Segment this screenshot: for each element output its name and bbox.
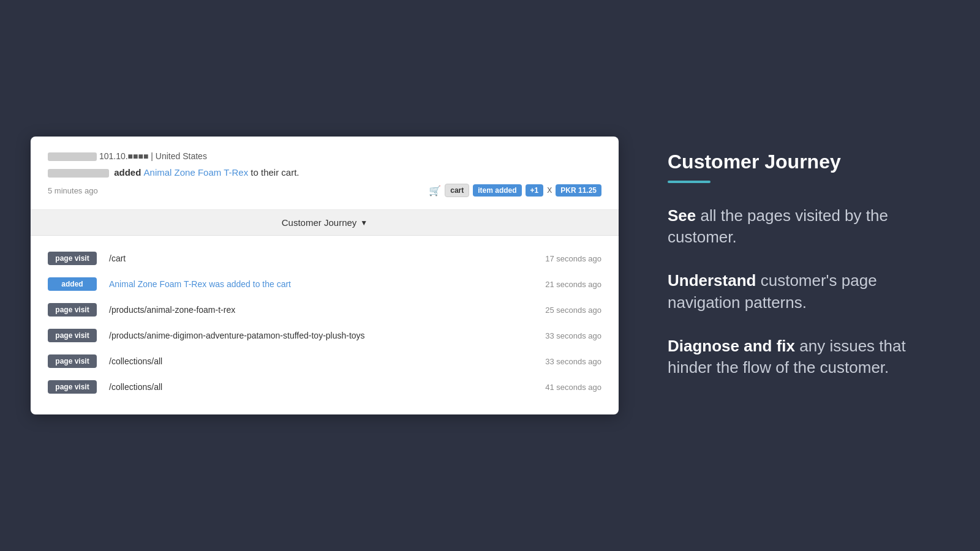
bold-diagnose: Diagnose and fix xyxy=(668,337,795,355)
journey-tag: page visit xyxy=(48,252,97,265)
journey-row: page visit/collections/all33 seconds ago xyxy=(31,348,619,374)
product-name: Animal Zone Foam T-Rex xyxy=(144,167,249,178)
journey-row: page visit/products/anime-digimon-advent… xyxy=(31,323,619,348)
journey-path: /products/animal-zone-foam-t-rex xyxy=(109,305,533,315)
journey-tag: page visit xyxy=(48,329,97,342)
section-see-text: See all the pages visited by the custome… xyxy=(668,205,949,248)
title-underline xyxy=(668,181,710,183)
journey-row: page visit/cart17 seconds ago xyxy=(31,246,619,271)
badge-cart: cart xyxy=(445,184,469,197)
section-diagnose-text: Diagnose and fix any issues that hinder … xyxy=(668,335,949,378)
badges-container: 🛒 cart item added +1 X PKR 11.25 xyxy=(429,184,601,197)
journey-time: 21 seconds ago xyxy=(545,280,601,289)
badge-price: PKR 11.25 xyxy=(556,184,601,197)
journey-table: page visit/cart17 seconds agoaddedAnimal… xyxy=(31,236,619,414)
journey-time: 25 seconds ago xyxy=(545,305,601,315)
cj-label: Customer Journey xyxy=(282,217,357,228)
activity-card: 101.10.■■■■ | United States added Animal… xyxy=(31,137,619,414)
action-verb: added xyxy=(114,167,143,178)
section-understand: Understand customer's page navigation pa… xyxy=(668,270,949,313)
bold-see: See xyxy=(668,206,696,225)
section-understand-text: Understand customer's page navigation pa… xyxy=(668,270,949,313)
journey-row: addedAnimal Zone Foam T-Rex was added to… xyxy=(31,271,619,297)
journey-path: /products/anime-digimon-adventure-patamo… xyxy=(109,331,533,340)
left-panel: 101.10.■■■■ | United States added Animal… xyxy=(0,100,649,451)
badge-x: X xyxy=(547,186,552,195)
section-diagnose: Diagnose and fix any issues that hinder … xyxy=(668,335,949,378)
card-header: 101.10.■■■■ | United States added Animal… xyxy=(31,137,619,210)
badge-plus1: +1 xyxy=(526,184,544,197)
journey-time: 33 seconds ago xyxy=(545,357,601,366)
journey-path: /collections/all xyxy=(109,356,533,366)
badge-item-added: item added xyxy=(473,184,521,197)
journey-path: /collections/all xyxy=(109,382,533,392)
journey-time: 17 seconds ago xyxy=(545,254,601,263)
section-see-rest: all the pages visited by the customer. xyxy=(668,206,888,246)
action-suffix: to their cart. xyxy=(251,167,299,178)
journey-path[interactable]: Animal Zone Foam T-Rex was added to the … xyxy=(109,279,533,289)
cart-icon: 🛒 xyxy=(429,185,441,197)
action-line: added Animal Zone Foam T-Rex to their ca… xyxy=(48,167,601,178)
journey-row: page visit/collections/all41 seconds ago xyxy=(31,374,619,400)
journey-tag: page visit xyxy=(48,303,97,317)
journey-time: 33 seconds ago xyxy=(545,331,601,340)
journey-tag: page visit xyxy=(48,380,97,394)
page-title: Customer Journey xyxy=(668,151,949,173)
journey-row: page visit/products/animal-zone-foam-t-r… xyxy=(31,297,619,323)
ip-location: 101.10.■■■■ | United States xyxy=(48,151,601,161)
ip-blur xyxy=(48,152,97,161)
journey-tag: page visit xyxy=(48,354,97,368)
journey-time: 41 seconds ago xyxy=(545,383,601,392)
journey-path: /cart xyxy=(109,253,533,263)
ip-location-text: 101.10.■■■■ | United States xyxy=(99,151,207,161)
bold-understand: Understand xyxy=(668,271,756,290)
customer-name-blur xyxy=(48,169,109,178)
meta-row: 5 minutes ago 🛒 cart item added +1 X PKR… xyxy=(48,184,601,197)
journey-tag: added xyxy=(48,277,97,291)
chevron-down-icon: ▼ xyxy=(360,219,368,227)
time-ago: 5 minutes ago xyxy=(48,186,98,195)
section-see: See all the pages visited by the custome… xyxy=(668,205,949,248)
customer-journey-toggle[interactable]: Customer Journey ▼ xyxy=(31,210,619,236)
right-panel: Customer Journey See all the pages visit… xyxy=(649,120,980,431)
